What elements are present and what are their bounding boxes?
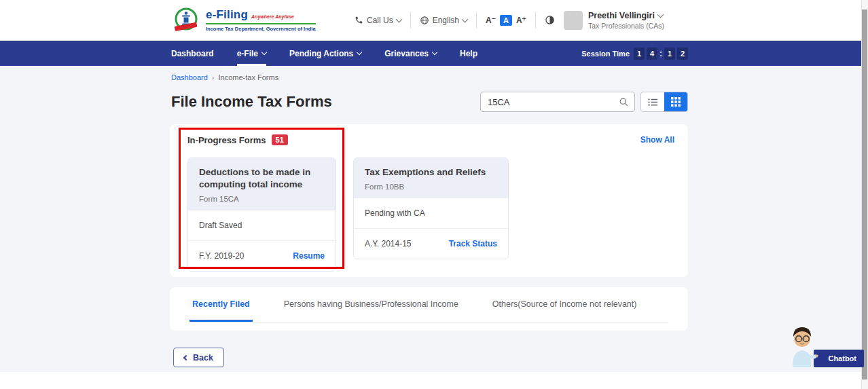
form-card-15ca[interactable]: Deductions to be made in computing total…	[187, 158, 336, 272]
session-digit: 4	[647, 48, 657, 60]
chevron-down-icon	[395, 16, 402, 22]
session-digit: 2	[677, 48, 688, 60]
in-progress-heading: In-Progress Forms	[187, 135, 266, 145]
nav-pending-actions[interactable]: Pending Actions	[289, 41, 361, 66]
tab-recently-filed[interactable]: Recently Filed	[189, 289, 253, 322]
chatbot-avatar-icon	[786, 324, 822, 369]
main-navbar: Dashboard e-File Pending Actions Grievan…	[0, 41, 868, 66]
tab-others[interactable]: Others(Source of Income not relevant)	[490, 289, 640, 322]
view-toggle-group	[640, 92, 688, 112]
breadcrumb-current: Income-tax Forms	[219, 73, 279, 81]
chevron-down-icon	[357, 50, 362, 55]
income-tax-emblem-icon	[172, 6, 200, 35]
card-title: Tax Exemptions and Reliefs	[365, 166, 497, 179]
logo-tagline: Anywhere Anytime	[251, 14, 294, 19]
in-progress-count-badge: 51	[272, 134, 288, 145]
list-view-button[interactable]	[641, 92, 664, 111]
logo-title: e-Filing	[206, 8, 248, 22]
contrast-toggle-icon[interactable]	[545, 15, 555, 25]
session-separator: :	[659, 49, 662, 58]
card-form-number: Form 15CA	[199, 195, 325, 203]
logo-subtitle: Income Tax Department, Government of Ind…	[206, 26, 316, 32]
session-time-label: Session Time	[581, 50, 630, 58]
in-progress-forms-panel: In-Progress Forms 51 Show All Deductions…	[170, 124, 688, 277]
nav-help[interactable]: Help	[460, 41, 477, 66]
form-search-input[interactable]	[488, 97, 619, 107]
search-icon[interactable]	[619, 97, 629, 107]
divider	[410, 12, 411, 29]
track-status-link[interactable]: Track Status	[449, 239, 497, 248]
session-digit: 1	[634, 48, 645, 60]
card-status: Pending with CA	[354, 198, 508, 228]
grid-view-icon	[671, 97, 681, 107]
phone-icon	[355, 16, 363, 24]
grid-view-button[interactable]	[664, 92, 687, 111]
resume-link[interactable]: Resume	[293, 251, 325, 261]
divider	[535, 12, 536, 29]
chevron-down-icon	[261, 50, 267, 55]
nav-grievances[interactable]: Grievances	[384, 41, 437, 66]
form-card-10bb[interactable]: Tax Exemptions and Reliefs Form 10BB Pen…	[353, 158, 509, 259]
breadcrumb-separator: ›	[212, 73, 215, 81]
card-title: Deductions to be made in computing total…	[199, 166, 325, 191]
page-content: Dashboard › Income-tax Forms File Income…	[0, 66, 868, 372]
breadcrumb-dashboard-link[interactable]: Dashboard	[171, 73, 208, 81]
user-avatar	[564, 11, 583, 30]
globe-icon	[420, 16, 429, 25]
page-scrollbar-thumb[interactable]	[862, 10, 867, 379]
user-role: Tax Professionals (CAs)	[588, 22, 664, 30]
list-view-icon	[648, 98, 658, 107]
font-normal-button[interactable]: A	[500, 15, 512, 26]
nav-dashboard[interactable]: Dashboard	[171, 41, 214, 66]
font-size-controls: A⁻ A A⁺	[486, 15, 526, 26]
chatbot-label: Chatbot	[828, 354, 856, 363]
card-period: A.Y. 2014-15	[365, 239, 412, 248]
back-button-label: Back	[193, 353, 213, 363]
card-period: F.Y. 2019-20	[199, 251, 245, 261]
show-all-link[interactable]: Show All	[640, 135, 674, 145]
language-label: English	[433, 16, 459, 25]
chevron-down-icon	[432, 50, 437, 55]
card-form-number: Form 10BB	[365, 183, 497, 191]
top-header: e-Filing Anywhere Anytime Income Tax Dep…	[0, 0, 868, 41]
chevron-down-icon	[462, 16, 469, 22]
font-increase-button[interactable]: A⁺	[516, 16, 526, 25]
tab-business-professional-income[interactable]: Persons having Business/Professional Inc…	[281, 289, 461, 322]
back-button[interactable]: Back	[173, 348, 224, 367]
call-us-menu[interactable]: Call Us	[355, 16, 401, 25]
page-title: File Income Tax Forms	[171, 93, 332, 111]
divider	[476, 12, 477, 29]
font-decrease-button[interactable]: A⁻	[486, 16, 496, 25]
call-us-label: Call Us	[367, 16, 393, 25]
nav-e-file[interactable]: e-File	[237, 41, 266, 66]
language-menu[interactable]: English	[420, 16, 467, 25]
session-timer: Session Time 1 4 : 1 2	[581, 48, 688, 60]
user-name: Preethi Vellingiri	[588, 11, 655, 20]
session-digit: 1	[664, 48, 675, 60]
forms-tabs-panel: Recently Filed Persons having Business/P…	[170, 287, 688, 331]
form-search-box	[480, 92, 635, 112]
breadcrumb: Dashboard › Income-tax Forms	[171, 73, 278, 81]
chevron-down-icon	[657, 11, 664, 18]
chevron-left-icon	[183, 354, 189, 360]
user-menu[interactable]: Preethi Vellingiri Tax Professionals (CA…	[564, 11, 664, 30]
chatbot-assistant-avatar[interactable]	[786, 324, 822, 371]
card-status: Draft Saved	[188, 210, 336, 240]
efiling-logo[interactable]: e-Filing Anywhere Anytime Income Tax Dep…	[172, 6, 316, 35]
